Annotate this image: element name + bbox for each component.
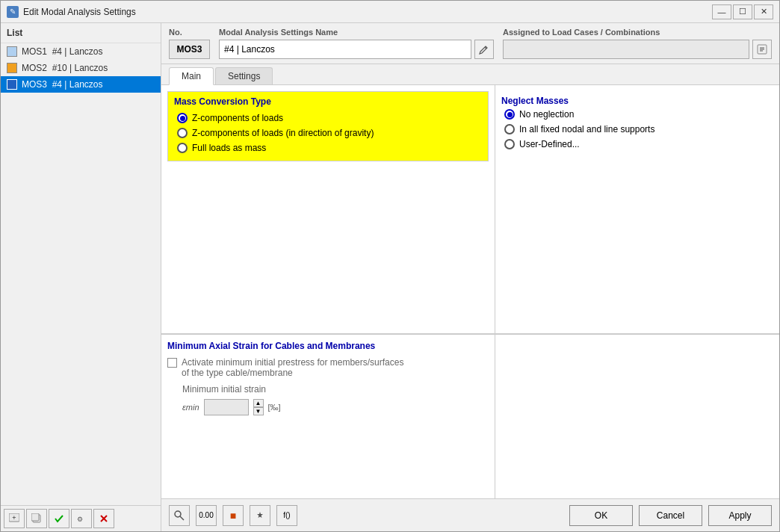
tabs: Main Settings [161, 64, 779, 85]
epsilon-label: εmin [182, 403, 199, 412]
mass-conversion-radio-group: Z-components of loads Z-components of lo… [168, 110, 488, 161]
radio-z-components-label: Z-components of loads [192, 113, 283, 123]
sidebar: List MOS1 #4 | Lanczos MOS2 #10 | Lanczo… [1, 23, 161, 531]
neglect-title: Neglect Masses [501, 91, 773, 109]
assigned-input-row [503, 40, 772, 59]
spin-down[interactable]: ▼ [253, 407, 264, 415]
svg-text:⚙: ⚙ [77, 516, 83, 523]
axial-checkbox[interactable] [167, 358, 177, 368]
renumber-button[interactable]: ⚙ [71, 509, 92, 528]
name-label: Modal Analysis Settings Name [219, 28, 494, 37]
main-content: List MOS1 #4 | Lanczos MOS2 #10 | Lanczo… [1, 23, 779, 531]
settings-tool-button[interactable] [250, 505, 270, 526]
number-tool-button[interactable]: 0.00 [196, 505, 217, 526]
right-panel: No. MOS3 Modal Analysis Settings Name As… [161, 23, 779, 531]
sidebar-item-label-mos3: MOS3 #4 | Lanczos [22, 79, 103, 90]
sidebar-item-mos1[interactable]: MOS1 #4 | Lanczos [1, 43, 161, 60]
duplicate-button[interactable] [26, 509, 47, 528]
color-tool-button[interactable]: ■ [223, 505, 244, 526]
sidebar-list: MOS1 #4 | Lanczos MOS2 #10 | Lanczos MOS… [1, 43, 161, 505]
radio-z-components-circle [177, 113, 188, 123]
sidebar-item-mos3[interactable]: MOS3 #4 | Lanczos [1, 76, 161, 93]
mos1-color [7, 46, 17, 57]
spin-up[interactable]: ▲ [253, 399, 264, 407]
mos2-color [7, 63, 17, 73]
mass-conversion-box: Mass Conversion Type Z-components of loa… [167, 91, 489, 161]
right-sections: Neglect Masses No neglection In all fixe… [495, 85, 779, 498]
radio-no-neglection[interactable]: No neglection [504, 109, 770, 120]
mass-conversion-title: Mass Conversion Type [168, 92, 488, 110]
radio-user-defined-circle [504, 139, 515, 149]
check-button[interactable] [49, 509, 69, 528]
right-column: Neglect Masses No neglection In all fixe… [495, 85, 779, 498]
function-tool-button[interactable]: f() [276, 505, 297, 526]
radio-full-loads-label: Full loads as mass [192, 143, 266, 153]
top-info-bar: No. MOS3 Modal Analysis Settings Name As… [161, 23, 779, 64]
maximize-button[interactable]: ☐ [733, 4, 752, 19]
assigned-section: Assigned to Load Cases / Combinations [503, 28, 772, 59]
radio-user-defined[interactable]: User-Defined... [504, 139, 770, 149]
no-value: MOS3 [169, 40, 210, 59]
search-tool-button[interactable] [169, 505, 190, 526]
ok-button[interactable]: OK [569, 505, 633, 526]
radio-z-gravity[interactable]: Z-components of loads (in direction of g… [177, 128, 479, 138]
main-window: ✎ Edit Modal Analysis Settings — ☐ ✕ Lis… [0, 0, 780, 532]
radio-z-gravity-label: Z-components of loads (in direction of g… [192, 128, 374, 138]
left-sections: Mass Conversion Type Z-components of loa… [161, 85, 495, 498]
strain-input-row: εmin ▲ ▼ [‰] [182, 399, 489, 415]
delete-button[interactable] [93, 509, 114, 528]
radio-fixed-supports[interactable]: In all fixed nodal and line supports [504, 124, 770, 134]
left-column: Mass Conversion Type Z-components of loa… [161, 85, 495, 498]
epsilon-spinner: ▲ ▼ [253, 399, 264, 415]
name-input[interactable] [219, 40, 471, 59]
cancel-button[interactable]: Cancel [639, 505, 702, 526]
svg-point-12 [175, 511, 181, 517]
close-button[interactable]: ✕ [754, 4, 773, 19]
svg-text:+: + [12, 514, 16, 522]
axial-checkbox-row: Activate minimum initial prestress for m… [167, 357, 489, 378]
no-label: No. [169, 28, 210, 37]
sidebar-item-label-mos2: MOS2 #10 | Lanczos [22, 63, 108, 73]
add-button[interactable]: + [4, 509, 25, 528]
sidebar-toolbar: + ⚙ [1, 505, 161, 531]
assigned-label: Assigned to Load Cases / Combinations [503, 28, 772, 37]
apply-button[interactable]: Apply [708, 505, 772, 526]
minimize-button[interactable]: — [712, 4, 731, 19]
neglect-box: Neglect Masses No neglection In all fixe… [501, 91, 773, 149]
radio-fixed-supports-circle [504, 124, 515, 134]
window-icon: ✎ [7, 6, 19, 18]
min-strain-label: Minimum initial strain [182, 384, 489, 395]
right-empty-bottom [495, 334, 779, 498]
radio-z-gravity-circle [177, 128, 188, 138]
tab-main[interactable]: Main [169, 67, 214, 85]
axial-title: Minimum Axial Strain for Cables and Memb… [167, 341, 489, 351]
radio-full-loads-circle [177, 143, 188, 153]
radio-user-defined-label: User-Defined... [519, 139, 580, 149]
radio-z-components[interactable]: Z-components of loads [177, 113, 479, 123]
bottom-toolbar: 0.00 ■ f() OK Cancel Apply [161, 498, 779, 531]
title-bar: ✎ Edit Modal Analysis Settings — ☐ ✕ [1, 1, 779, 23]
window-title: Edit Modal Analysis Settings [23, 7, 708, 17]
no-section: No. MOS3 [169, 28, 210, 59]
mos3-color [7, 79, 17, 90]
name-edit-button[interactable] [474, 40, 494, 59]
sidebar-header: List [1, 23, 161, 43]
axial-checkbox-label: Activate minimum initial prestress for m… [182, 357, 403, 378]
sidebar-item-mos2[interactable]: MOS2 #10 | Lanczos [1, 60, 161, 76]
radio-no-neglection-circle [504, 109, 515, 120]
strain-unit: [‰] [268, 403, 281, 412]
epsilon-input[interactable] [204, 399, 249, 415]
tab-settings[interactable]: Settings [215, 67, 273, 84]
neglect-masses-section: Neglect Masses No neglection In all fixe… [495, 85, 779, 334]
assigned-input[interactable] [503, 40, 749, 59]
svg-line-13 [180, 516, 184, 520]
radio-fixed-supports-label: In all fixed nodal and line supports [519, 124, 654, 134]
name-section: Modal Analysis Settings Name [219, 28, 494, 59]
sidebar-item-label-mos1: MOS1 #4 | Lanczos [22, 46, 103, 57]
name-input-row [219, 40, 494, 59]
svg-rect-3 [31, 513, 39, 521]
axial-strain-section: Minimum Axial Strain for Cables and Memb… [161, 334, 495, 498]
radio-full-loads[interactable]: Full loads as mass [177, 143, 479, 153]
axial-box: Minimum Axial Strain for Cables and Memb… [161, 335, 495, 421]
assigned-edit-button[interactable] [752, 40, 772, 59]
